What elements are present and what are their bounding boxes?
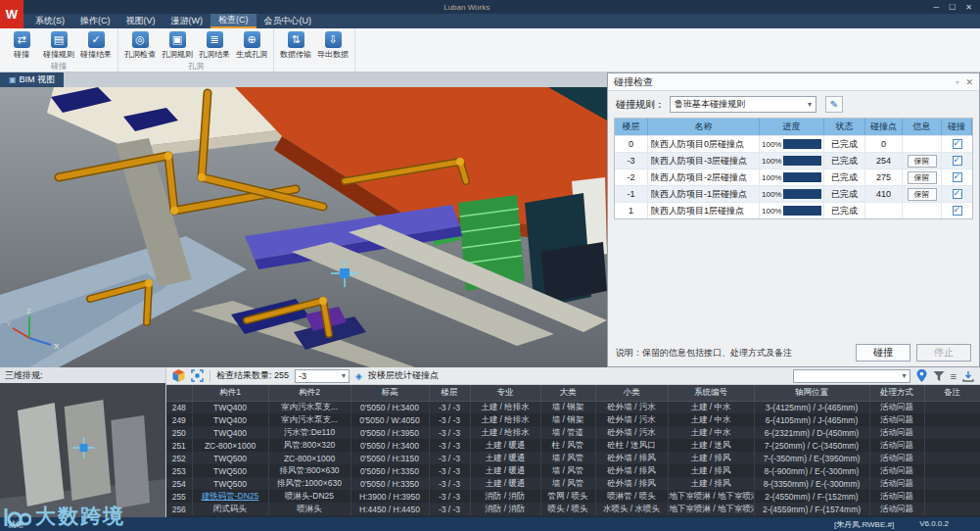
hole-result-button[interactable]: ≣孔洞结果 <box>196 29 233 61</box>
results-cell: 闭式码头 <box>192 503 268 515</box>
results-row[interactable]: 248TWQ400室内污水泵支...0'5050 / H:3400-3 / -3… <box>166 401 980 413</box>
collide-button[interactable]: 碰撞 <box>856 344 910 362</box>
collision-checkbox[interactable] <box>953 206 962 216</box>
results-table[interactable]: 构件1构件2标高楼层专业大类小类系统编号轴网位置处理方式备注 248TWQ400… <box>166 385 980 515</box>
results-cell: 墙 / 风管 <box>540 452 595 464</box>
stop-button[interactable]: 停止 <box>916 344 971 362</box>
collision-floor-row[interactable]: -2陕西人防项目-2层碰撞点100%已完成275保留 <box>615 169 972 185</box>
collision-result-button[interactable]: ✓碰撞结果 <box>77 29 115 61</box>
edit-rule-button[interactable]: ✎ <box>825 96 843 113</box>
collision-floor-row[interactable]: -3陕西人防项目-3层碰撞点100%已完成254保留 <box>615 152 972 169</box>
dialog-title-bar[interactable]: 碰撞检查 ▫ ✕ <box>608 73 979 91</box>
results-column-header[interactable] <box>166 385 192 401</box>
results-cell: ZC-800×1000 <box>192 439 268 452</box>
results-column-header[interactable]: 系统编号 <box>668 385 754 401</box>
menu-item[interactable]: 漫游(W) <box>163 14 211 28</box>
results-row[interactable]: 250TWQ400污水管:De1100'5050 / H:3950-3 / -3… <box>166 426 980 439</box>
results-cell: -3 / -3 <box>429 452 470 464</box>
close-icon[interactable]: ✕ <box>965 3 972 12</box>
collision-rule-icon: ▤ <box>51 31 68 48</box>
tab-bim-view[interactable]: ▣ BIM 视图 <box>0 72 64 87</box>
floor-filter-select[interactable]: -3 ▾ <box>295 369 350 383</box>
menu-item[interactable]: 检查(C) <box>210 14 257 28</box>
collision-floor-row[interactable]: 1陕西人防项目1层碰撞点100%已完成 <box>615 202 972 218</box>
progress-bar <box>783 156 821 166</box>
info-cell <box>903 136 942 152</box>
results-cell: 室内污水泵支... <box>268 413 350 426</box>
collision-rule-select[interactable]: 鲁班基本碰撞规则 ▾ <box>670 96 817 113</box>
results-row[interactable]: 251ZC-800×1000风管:800×3200'5050 / H:3400-… <box>166 439 980 452</box>
results-cell <box>924 452 980 464</box>
list-menu-icon[interactable]: ≡ <box>951 371 957 381</box>
results-row[interactable]: 249TWQ400室内污水泵支...0'5050 / W:4050-3 / -3… <box>166 413 980 426</box>
hole-rule-button[interactable]: ▣孔洞规则 <box>159 29 196 61</box>
minimize-icon[interactable]: ─ <box>933 3 939 12</box>
floor-cell: -3 <box>615 153 648 169</box>
results-cell: 0'5050 / H:3400 <box>350 439 429 452</box>
results-column-header[interactable]: 处理方式 <box>869 385 924 401</box>
filter-select[interactable]: ▾ <box>793 369 910 383</box>
maximize-icon[interactable]: ☐ <box>949 3 956 12</box>
keep-button[interactable]: 保留 <box>908 155 937 168</box>
results-column-header[interactable]: 备注 <box>924 385 980 401</box>
results-column-header[interactable]: 小类 <box>595 385 668 401</box>
collision-checkbox[interactable] <box>953 189 962 199</box>
results-column-header[interactable]: 构件1 <box>192 385 268 401</box>
menu-item[interactable]: 视图(V) <box>118 14 163 28</box>
progress-bar <box>783 189 821 199</box>
results-cell: 砼外墙 / 污水 <box>595 413 668 426</box>
fit-view-icon[interactable] <box>191 369 204 382</box>
menu-item[interactable]: 操作(C) <box>72 14 118 28</box>
results-cell: -3 / -3 <box>429 413 470 426</box>
collision-checkbox[interactable] <box>953 156 962 166</box>
results-row[interactable]: 254TWQ500排风管:1000×6300'5050 / H:3350-3 /… <box>166 477 980 490</box>
ribbon-toolbar: ⇄碰撞▤碰撞规则✓碰撞结果碰撞◎孔洞检查▣孔洞规则≣孔洞结果⊕生成孔洞孔洞⇅数据… <box>0 28 980 72</box>
results-column-header[interactable]: 构件2 <box>268 385 350 401</box>
export-results-icon[interactable] <box>962 370 974 382</box>
menu-item[interactable]: 会员中心(U) <box>257 14 320 28</box>
results-column-header[interactable]: 专业 <box>470 385 540 401</box>
results-cell: 喷淋头-DN25 <box>268 490 350 503</box>
results-row[interactable]: 252TWQ500ZC-800×10000'5050 / H:3150-3 / … <box>166 452 980 464</box>
locate-pin-icon[interactable] <box>916 369 927 382</box>
column-header: 碰撞 <box>942 119 972 135</box>
column-header: 状态 <box>824 119 865 135</box>
results-row[interactable]: 255建铁码管-DN25喷淋头-DN25H:3900 / H:3950-3 / … <box>166 490 980 503</box>
hole-check-icon: ◎ <box>132 31 149 48</box>
results-cell: 8-(-900mm) / E-(-300mm) <box>754 464 869 477</box>
results-column-header[interactable]: 标高 <box>350 385 429 401</box>
results-column-header[interactable]: 楼层 <box>429 385 470 401</box>
collision-button[interactable]: ⇄碰撞 <box>3 29 40 61</box>
keep-button[interactable]: 保留 <box>908 188 937 201</box>
hole-create-button[interactable]: ⊕生成孔洞 <box>233 29 270 61</box>
app-logo: W <box>0 0 23 28</box>
data-transfer-button[interactable]: ⇅数据传输 <box>277 29 314 61</box>
model-cube-icon[interactable] <box>172 369 185 382</box>
collision-floor-row[interactable]: -1陕西人防项目-1层碰撞点100%已完成410保留 <box>615 185 972 202</box>
preview-thumbnail[interactable] <box>0 383 165 517</box>
info-cell: 保留 <box>903 186 942 202</box>
collision-floor-row[interactable]: 0陕西人防项目0层碰撞点100%已完成0 <box>615 135 972 152</box>
export-data-button[interactable]: ⇩导出数据 <box>314 29 351 61</box>
svg-text:X: X <box>54 342 60 351</box>
main-area: ▣ BIM 视图 <box>0 72 980 367</box>
status-version: V6.0.0.2 <box>919 519 949 530</box>
collision-checkbox[interactable] <box>953 139 962 149</box>
dialog-close-icon[interactable]: ✕ <box>965 77 973 87</box>
results-row[interactable]: 256闭式码头喷淋头H:4450 / H:4450-3 / -3消防 / 消防喷… <box>166 503 980 515</box>
collision-rule-button[interactable]: ▤碰撞规则 <box>40 29 77 61</box>
results-cell: TWQ500 <box>192 477 268 490</box>
svg-text:Y: Y <box>6 319 12 328</box>
results-column-header[interactable]: 轴网位置 <box>754 385 869 401</box>
results-cell: 0'5050 / H:3400 <box>350 401 429 413</box>
keep-button[interactable]: 保留 <box>908 171 937 184</box>
collision-checkbox[interactable] <box>953 172 962 182</box>
menu-item[interactable]: 系统(S) <box>27 14 72 28</box>
3d-viewport[interactable]: Z Y X <box>0 87 607 367</box>
results-column-header[interactable]: 大类 <box>540 385 595 401</box>
hole-check-button[interactable]: ◎孔洞检查 <box>121 29 159 61</box>
results-row[interactable]: 253TWQ500排风管:800×6300'5050 / H:3350-3 / … <box>166 464 980 477</box>
results-cell: 253 <box>166 464 192 477</box>
filter-funnel-icon[interactable] <box>933 370 945 382</box>
float-icon[interactable]: ▫ <box>956 77 958 87</box>
